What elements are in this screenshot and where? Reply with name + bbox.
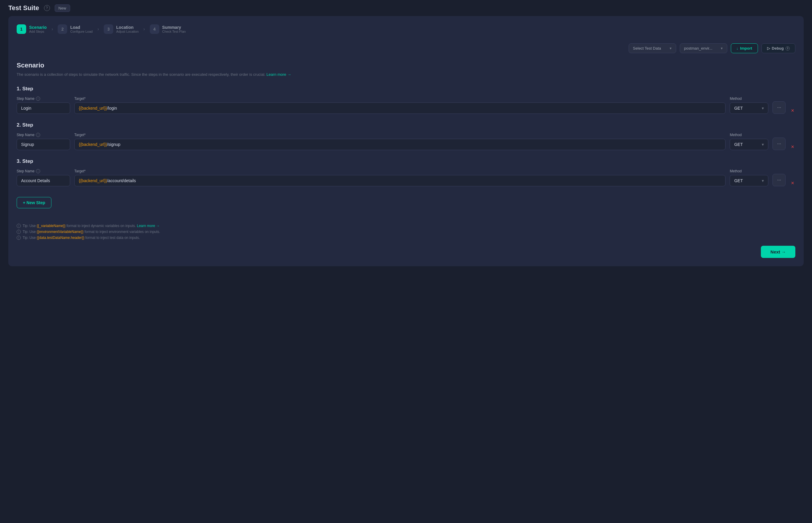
step-2-remove-button[interactable]: × (790, 144, 795, 150)
step-2-title: 2. Step (17, 122, 795, 128)
step-1-target-field[interactable]: {{backend_url}}/login (74, 103, 725, 114)
step-3-target-label: Target* (74, 169, 725, 173)
step-3-method-value: GET (734, 178, 743, 183)
step-3-name-help-icon[interactable]: i (36, 169, 40, 173)
tip-1-highlight: {{_variableName}} (37, 224, 66, 228)
next-button[interactable]: Next → (761, 246, 795, 258)
step-2-dots-icon: ··· (777, 141, 781, 146)
tip-1-icon: i (17, 224, 21, 228)
step-4-label-main: Summary (162, 25, 186, 30)
step-section-2: 2. Step Step Name i Target* {{backend_ur… (17, 122, 795, 150)
step-4-label: Summary Check Test Plan (162, 25, 186, 33)
scenario-desc: The scenario is a collection of steps to… (17, 72, 795, 77)
step-3-more-button[interactable]: ··· (773, 174, 786, 186)
new-step-button[interactable]: + New Step (17, 197, 51, 208)
step-2-target-group: Target* {{backend_url}}/signup (74, 133, 725, 150)
step-1-num: 1 (17, 24, 26, 34)
step-3[interactable]: 3 Location Adjust Location (104, 24, 139, 34)
step-1[interactable]: 1 Scenario Add Steps (17, 24, 47, 34)
step-3-num: 3 (104, 24, 113, 34)
step-1-target-suffix: /login (107, 106, 117, 111)
step-3-title: 3. Step (17, 158, 795, 164)
step-4-num: 4 (150, 24, 159, 34)
step-3-target-prefix: {{backend_url}} (79, 178, 107, 183)
tip-1-learn-more-link[interactable]: Learn more → (137, 224, 160, 228)
step-3-method-dropdown[interactable]: GET ▾ (730, 175, 768, 186)
step-1-remove-button[interactable]: × (790, 108, 795, 114)
topbar: Test Suite ? New (0, 0, 812, 16)
tip-2: i Tip: Use {{environmentVariableName}} f… (17, 230, 795, 234)
env-dropdown-arrow-icon: ▾ (721, 46, 723, 51)
step-3-close-icon: × (791, 180, 794, 186)
env-dropdown-value: postman_envir... (684, 46, 712, 51)
import-button[interactable]: ↓ Import (731, 43, 758, 53)
step-2-name-label: Step Name i (17, 133, 70, 137)
step-3-remove-button[interactable]: × (790, 180, 795, 186)
tip-2-icon: i (17, 230, 21, 234)
step-2-label-main: Load (70, 25, 92, 30)
step-2[interactable]: 2 Load Configure Load (58, 24, 92, 34)
select-test-data-arrow-icon: ▾ (670, 46, 672, 51)
step-section-1: 1. Step Step Name i Target* {{backend_ur… (17, 86, 795, 114)
step-3-label-main: Location (116, 25, 139, 30)
import-label: Import (740, 46, 752, 51)
app-badge: New (55, 4, 70, 12)
step-2-label-sub: Configure Load (70, 30, 92, 33)
step-3-label: Location Adjust Location (116, 25, 139, 33)
step-section-3: 3. Step Step Name i Target* {{backend_ur… (17, 158, 795, 186)
step-3-method-group: Method GET ▾ (730, 169, 768, 186)
step-1-title: 1. Step (17, 86, 795, 92)
step-2-more-button[interactable]: ··· (773, 138, 786, 150)
step-3-method-arrow-icon: ▾ (762, 178, 764, 183)
step-1-method-group: Method GET ▾ (730, 96, 768, 114)
step-2-target-field[interactable]: {{backend_url}}/signup (74, 139, 725, 150)
step-1-method-arrow-icon: ▾ (762, 106, 764, 111)
select-test-data-dropdown[interactable]: Select Test Data ▾ (629, 43, 676, 53)
step-1-more-button[interactable]: ··· (773, 101, 786, 114)
step-2-target-label: Target* (74, 133, 725, 137)
step-2-fields: Step Name i Target* {{backend_url}}/sign… (17, 133, 795, 150)
env-dropdown[interactable]: postman_envir... ▾ (680, 43, 727, 53)
app-help-icon[interactable]: ? (44, 5, 50, 11)
step-3-method-label: Method (730, 169, 768, 173)
step-1-target-group: Target* {{backend_url}}/login (74, 96, 725, 114)
step-1-method-label: Method (730, 96, 768, 101)
step-1-name-label: Step Name i (17, 96, 70, 101)
step-1-close-icon: × (791, 108, 794, 113)
step-3-name-input[interactable] (17, 175, 70, 186)
step-3-name-group: Step Name i (17, 169, 70, 186)
step-3-target-field[interactable]: {{backend_url}}/account/details (74, 175, 725, 186)
tip-3-icon: i (17, 236, 21, 240)
step-2-name-help-icon[interactable]: i (36, 133, 40, 137)
step-4[interactable]: 4 Summary Check Test Plan (150, 24, 186, 34)
step-arrow-3: › (143, 26, 145, 32)
app-title: Test Suite (8, 4, 39, 12)
tip-1: i Tip: Use {{_variableName}} format to i… (17, 224, 795, 228)
step-2-method-dropdown[interactable]: GET ▾ (730, 139, 768, 150)
step-3-fields: Step Name i Target* {{backend_url}}/acco… (17, 169, 795, 186)
step-1-fields: Step Name i Target* {{backend_url}}/logi… (17, 96, 795, 114)
step-1-method-dropdown[interactable]: GET ▾ (730, 103, 768, 114)
step-1-target-prefix: {{backend_url}} (79, 106, 107, 111)
step-2-name-input[interactable] (17, 139, 70, 150)
step-1-name-help-icon[interactable]: i (36, 96, 40, 101)
step-2-method-label: Method (730, 133, 768, 137)
tip-3-highlight: {{data.testDataName.header}} (37, 236, 85, 240)
tips-section: i Tip: Use {{_variableName}} format to i… (17, 224, 795, 240)
scenario-header: Scenario The scenario is a collection of… (17, 61, 795, 77)
debug-help-icon: ? (786, 46, 790, 51)
tip-3: i Tip: Use {{data.testDataName.header}} … (17, 236, 795, 240)
step-1-method-value: GET (734, 106, 743, 111)
learn-more-link[interactable]: Learn more → (267, 72, 291, 77)
debug-play-icon: ▷ (767, 46, 770, 51)
step-1-dots-icon: ··· (777, 105, 781, 110)
debug-button[interactable]: ▷ Debug ? (761, 43, 795, 53)
step-1-target-label: Target* (74, 96, 725, 101)
step-1-name-input[interactable] (17, 103, 70, 114)
step-3-name-label: Step Name i (17, 169, 70, 173)
step-2-label: Load Configure Load (70, 25, 92, 33)
select-test-data-label: Select Test Data (633, 46, 661, 51)
step-1-label: Scenario Add Steps (29, 25, 47, 33)
step-1-label-main: Scenario (29, 25, 47, 30)
step-2-close-icon: × (791, 144, 794, 150)
